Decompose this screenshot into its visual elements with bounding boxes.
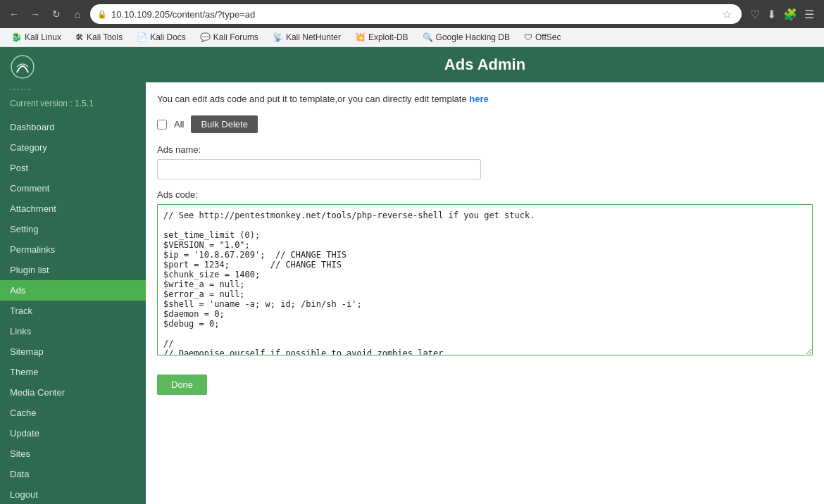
sidebar-item-post[interactable]: Post	[0, 158, 146, 178]
main-content: Ads Admin You can edit ads code and put …	[146, 47, 824, 504]
sidebar-item-comment[interactable]: Comment	[0, 178, 146, 199]
bulk-actions: All Bulk Delete	[157, 115, 813, 133]
sidebar-item-links[interactable]: Links	[0, 321, 146, 341]
sidebar-item-theme[interactable]: Theme	[0, 362, 146, 382]
menu-icon[interactable]: ☰	[804, 8, 814, 21]
bookmark-favicon: 📄	[137, 32, 147, 42]
address-bar[interactable]: 🔒 10.10.109.205/content/as/?type=ad ☆	[90, 4, 742, 24]
ads-name-group: Ads name:	[157, 144, 813, 179]
bookmarks-bar: 🐉Kali Linux🛠Kali Tools📄Kali Docs💬Kali Fo…	[0, 28, 824, 47]
ads-code-label: Ads code:	[157, 189, 813, 200]
app-body: ...... Current version : 1.5.1 Dashboard…	[0, 47, 824, 504]
sidebar-item-track[interactable]: Track	[0, 301, 146, 321]
bookmark-label: Kali Tools	[87, 32, 123, 42]
bookmark-favicon: 📡	[273, 32, 283, 42]
sidebar-logo-dots: ......	[10, 82, 136, 93]
sidebar-item-attachment[interactable]: Attachment	[0, 199, 146, 219]
browser-action-icons: ♡ ⬇ 🧩 ☰	[746, 8, 818, 21]
sidebar-item-plugin-list[interactable]: Plugin list	[0, 260, 146, 280]
account-icon[interactable]: ♡	[750, 8, 760, 21]
info-text: You can edit ads code and put it to temp…	[157, 94, 467, 104]
logo-svg	[10, 54, 35, 80]
ads-code-textarea[interactable]	[157, 204, 813, 355]
sidebar-item-sitemap[interactable]: Sitemap	[0, 341, 146, 362]
ads-name-label: Ads name:	[157, 144, 813, 155]
bookmark-label: Google Hacking DB	[436, 32, 510, 42]
info-bar: You can edit ads code and put it to temp…	[157, 94, 813, 104]
security-icon: 🔒	[97, 10, 107, 19]
sidebar-item-permalinks[interactable]: Permalinks	[0, 239, 146, 260]
back-button[interactable]: ←	[6, 6, 23, 23]
sidebar-item-logout[interactable]: Logout	[0, 484, 146, 504]
sidebar-item-setting[interactable]: Setting	[0, 219, 146, 239]
sidebar-item-ads[interactable]: Ads	[0, 280, 146, 301]
bookmark-label: Exploit-DB	[368, 32, 408, 42]
info-link[interactable]: here	[469, 94, 488, 104]
sidebar: ...... Current version : 1.5.1 Dashboard…	[0, 47, 146, 504]
bookmark-star-icon[interactable]: ☆	[719, 8, 735, 21]
done-button[interactable]: Done	[157, 374, 207, 395]
bookmark-item[interactable]: 📡Kali NetHunter	[267, 31, 347, 44]
bookmark-favicon: 🛠	[75, 32, 84, 42]
bookmark-item[interactable]: 🔍Google Hacking DB	[417, 31, 516, 44]
download-icon[interactable]: ⬇	[767, 8, 776, 21]
sidebar-item-data[interactable]: Data	[0, 464, 146, 484]
home-button[interactable]: ⌂	[69, 6, 86, 23]
bookmark-item[interactable]: 💥Exploit-DB	[349, 31, 414, 44]
bookmark-item[interactable]: 💬Kali Forums	[194, 31, 264, 44]
sidebar-version: Current version : 1.5.1	[0, 96, 146, 114]
all-label: All	[174, 119, 184, 130]
sidebar-nav: DashboardCategoryPostCommentAttachmentSe…	[0, 114, 146, 504]
browser-toolbar: ← → ↻ ⌂ 🔒 10.10.109.205/content/as/?type…	[0, 0, 824, 28]
sidebar-item-dashboard[interactable]: Dashboard	[0, 117, 146, 137]
bookmark-favicon: 🐉	[11, 32, 22, 42]
extensions-icon[interactable]: 🧩	[783, 8, 797, 21]
bookmark-label: Kali Linux	[25, 32, 61, 42]
bookmark-label: Kali Forums	[213, 32, 258, 42]
bookmark-item[interactable]: 📄Kali Docs	[131, 31, 192, 44]
browser-chrome: ← → ↻ ⌂ 🔒 10.10.109.205/content/as/?type…	[0, 0, 824, 47]
bulk-delete-button[interactable]: Bulk Delete	[191, 115, 257, 133]
bookmark-label: OffSec	[535, 32, 561, 42]
ads-name-input[interactable]	[157, 159, 481, 179]
bookmark-favicon: 🛡	[524, 32, 532, 42]
reload-button[interactable]: ↻	[48, 6, 65, 23]
bookmark-item[interactable]: 🛡OffSec	[518, 31, 566, 44]
sidebar-logo: ......	[0, 47, 146, 96]
bookmark-label: Kali NetHunter	[286, 32, 341, 42]
bookmark-favicon: 🔍	[423, 32, 433, 42]
sidebar-item-media-center[interactable]: Media Center	[0, 382, 146, 403]
content-area: You can edit ads code and put it to temp…	[146, 82, 824, 504]
forward-button[interactable]: →	[27, 6, 44, 23]
bookmark-favicon: 💬	[200, 32, 211, 42]
sidebar-item-cache[interactable]: Cache	[0, 403, 146, 423]
sidebar-item-sites[interactable]: Sites	[0, 443, 146, 464]
ads-code-group: Ads code:	[157, 189, 813, 358]
page-title: Ads Admin	[146, 47, 824, 82]
bookmark-favicon: 💥	[355, 32, 366, 42]
url-text: 10.10.109.205/content/as/?type=ad	[111, 9, 715, 20]
bookmark-item[interactable]: 🛠Kali Tools	[70, 31, 128, 44]
sidebar-item-category[interactable]: Category	[0, 137, 146, 158]
sidebar-item-update[interactable]: Update	[0, 423, 146, 443]
select-all-checkbox[interactable]	[157, 120, 167, 130]
bookmark-label: Kali Docs	[150, 32, 186, 42]
bookmark-item[interactable]: 🐉Kali Linux	[6, 31, 67, 44]
